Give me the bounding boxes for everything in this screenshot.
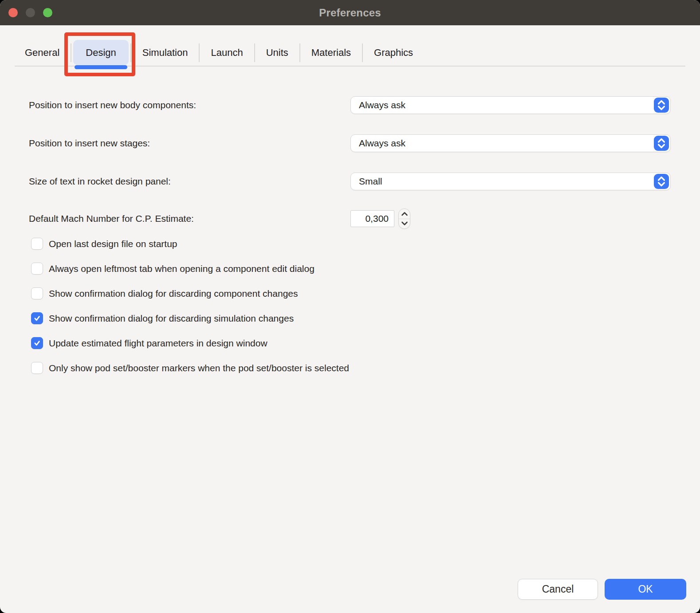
checkbox-label: Always open leftmost tab when opening a … <box>49 263 315 274</box>
tab-bar: General Design Simulation Launch Units M… <box>0 25 700 67</box>
minimize-window-button[interactable] <box>26 8 35 17</box>
form-row: Default Mach Number for C.P. Estimate: <box>29 208 671 229</box>
window-title: Preferences <box>319 7 381 19</box>
chevron-up-icon <box>401 212 408 216</box>
checkbox-label: Show confirmation dialog for discarding … <box>49 313 294 324</box>
preferences-window: Preferences General Design Simulation La… <box>0 0 700 613</box>
mach-number-input[interactable] <box>350 210 394 227</box>
checkbox-label: Only show pod set/booster markers when t… <box>49 363 349 373</box>
traffic-lights <box>8 8 52 17</box>
select-value: Always ask <box>351 100 405 110</box>
checkbox-row-confirm-simulation-changes[interactable]: Show confirmation dialog for discarding … <box>29 312 671 324</box>
chevron-down-icon <box>401 221 408 226</box>
checkbox[interactable] <box>31 312 43 324</box>
tab-materials[interactable]: Materials <box>301 47 361 59</box>
tab-design[interactable]: Design <box>73 40 128 65</box>
checkbox-row-update-flight-parameters[interactable]: Update estimated flight parameters in de… <box>29 337 671 349</box>
checkbox-row-open-last-design[interactable]: Open last design file on startup <box>29 238 671 250</box>
stepper-down-button[interactable] <box>399 219 410 229</box>
checkbox[interactable] <box>31 287 43 299</box>
form-row: Position to insert new stages: Always as… <box>29 134 671 152</box>
mach-number-label: Default Mach Number for C.P. Estimate: <box>29 213 350 224</box>
dialog-footer: Cancel OK <box>518 579 686 600</box>
design-text-size-select[interactable]: Small <box>350 173 671 190</box>
close-window-button[interactable] <box>8 8 18 17</box>
stepper-up-button[interactable] <box>399 209 410 219</box>
checkbox-row-leftmost-tab[interactable]: Always open leftmost tab when opening a … <box>29 263 671 275</box>
checkbox[interactable] <box>31 238 43 250</box>
design-preferences-panel: Position to insert new body components: … <box>0 96 700 374</box>
mach-number-stepper <box>398 208 410 229</box>
select-value: Small <box>351 176 382 187</box>
check-icon <box>33 314 41 322</box>
titlebar[interactable]: Preferences <box>0 0 700 25</box>
up-down-chevrons-icon <box>654 98 669 113</box>
checkbox[interactable] <box>31 263 43 275</box>
tab-separator <box>299 43 300 62</box>
tab-general[interactable]: General <box>15 47 70 59</box>
tab-separator <box>362 43 363 62</box>
up-down-chevrons-icon <box>654 136 669 151</box>
form-row: Position to insert new body components: … <box>29 96 671 114</box>
check-icon <box>33 339 41 347</box>
tab-units[interactable]: Units <box>256 47 299 59</box>
checkbox-list: Open last design file on startup Always … <box>29 238 671 374</box>
tab-design-wrap: Design <box>73 40 128 65</box>
body-components-position-select[interactable]: Always ask <box>350 96 671 114</box>
design-text-size-label: Size of text in rocket design panel: <box>29 176 350 187</box>
mach-number-group <box>350 208 671 229</box>
tab-separator <box>71 43 71 62</box>
ok-button[interactable]: OK <box>605 579 686 600</box>
select-value: Always ask <box>351 138 405 149</box>
stages-position-label: Position to insert new stages: <box>29 138 350 149</box>
form-row: Size of text in rocket design panel: Sma… <box>29 173 671 190</box>
zoom-window-button[interactable] <box>43 8 52 17</box>
tab-separator <box>199 43 200 62</box>
tab-launch[interactable]: Launch <box>201 47 253 59</box>
checkbox-label: Open last design file on startup <box>49 239 177 249</box>
checkbox-row-confirm-component-changes[interactable]: Show confirmation dialog for discarding … <box>29 287 671 299</box>
stages-position-select[interactable]: Always ask <box>350 134 671 152</box>
cancel-button[interactable]: Cancel <box>518 579 598 600</box>
checkbox[interactable] <box>31 337 43 349</box>
checkbox[interactable] <box>31 362 43 374</box>
tab-graphics[interactable]: Graphics <box>364 47 423 59</box>
checkbox-label: Show confirmation dialog for discarding … <box>49 288 298 299</box>
body-components-position-label: Position to insert new body components: <box>29 100 350 110</box>
checkbox-label: Update estimated flight parameters in de… <box>49 338 267 349</box>
tab-separator <box>254 43 255 62</box>
tab-separator <box>130 43 131 62</box>
up-down-chevrons-icon <box>654 174 669 189</box>
checkbox-row-pod-booster-markers[interactable]: Only show pod set/booster markers when t… <box>29 362 671 374</box>
tab-simulation[interactable]: Simulation <box>132 47 198 59</box>
